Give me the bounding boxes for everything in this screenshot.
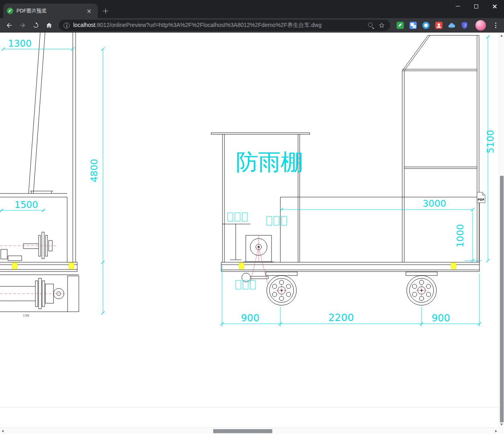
reload-button[interactable] [30, 19, 42, 31]
dim-label-900-right: 900 [432, 313, 450, 324]
url-text: localhost:8012/onlinePreview?url=http%3A… [73, 22, 364, 29]
page-content: 1300 4800 1500 1785 [0, 33, 499, 428]
url-input[interactable]: localhost:8012/onlinePreview?url=http%3A… [59, 20, 390, 31]
dim-label-1785: 1785 [23, 314, 29, 317]
window-controls [448, 0, 504, 12]
forward-button[interactable] [16, 19, 29, 31]
scroll-up-icon[interactable] [500, 35, 503, 37]
tab-strip: PDF图片预览 [0, 0, 504, 18]
minimize-icon [456, 6, 460, 7]
dim-label-900-left: 900 [241, 313, 259, 324]
horizontal-scrollbar-thumb[interactable] [213, 429, 272, 433]
tab-favicon-icon [7, 8, 13, 14]
close-icon [492, 4, 497, 9]
pdf-badge-label: PDF [478, 198, 485, 202]
cad-drawing: 1300 4800 1500 1785 [0, 33, 499, 428]
dim-label-1000: 1000 [455, 224, 465, 248]
dim-label-2200: 2200 [328, 312, 354, 323]
tab-title: PDF图片预览 [16, 8, 80, 14]
dim-label-1300: 1300 [8, 38, 32, 49]
center-view-dimensions: 防雨棚 3000 1000 5100 900 2200 900 [220, 35, 496, 327]
center-view-highlights [239, 263, 456, 269]
window-minimize-button[interactable] [448, 0, 467, 12]
profile-avatar[interactable] [475, 20, 486, 31]
scroll-down-icon[interactable] [500, 424, 503, 426]
scroll-right-icon[interactable] [495, 430, 497, 432]
window-maximize-button[interactable] [467, 0, 485, 12]
extension-translate-icon[interactable] [409, 21, 417, 29]
browser-menu-button[interactable] [490, 20, 501, 31]
shelter-label: 防雨棚 [236, 149, 303, 175]
extension-red-icon[interactable] [435, 21, 443, 29]
scrollbar-corner [499, 428, 504, 434]
scroll-left-icon[interactable] [2, 430, 4, 432]
home-button[interactable] [43, 19, 55, 31]
tab-pdf-preview[interactable]: PDF图片预览 [3, 4, 98, 18]
window-close-button[interactable] [485, 0, 504, 12]
close-icon [87, 9, 91, 13]
extension-green-icon[interactable] [396, 21, 404, 29]
left-view-dimensions: 1300 4800 1500 1785 [0, 38, 105, 317]
left-view-structure [0, 33, 79, 312]
back-icon [6, 22, 13, 29]
extension-blue-circle-icon[interactable] [422, 21, 430, 29]
pdf-file-icon[interactable]: PDF [477, 192, 485, 203]
plus-icon [103, 8, 108, 14]
vertical-scrollbar[interactable] [499, 33, 504, 428]
extension-cloud-icon[interactable] [448, 21, 456, 29]
maximize-icon [474, 4, 478, 8]
dim-label-1500: 1500 [14, 200, 38, 210]
new-tab-button[interactable] [100, 6, 111, 16]
home-icon [45, 22, 53, 29]
extension-shield-icon[interactable] [461, 21, 469, 29]
dim-label-5100: 5100 [485, 130, 496, 154]
page-info-icon[interactable] [64, 23, 70, 29]
dim-label-3000: 3000 [423, 198, 446, 209]
url-path: :8012/onlinePreview?url=http%3A%2F%2Floc… [95, 22, 321, 28]
url-host: localhost [73, 22, 95, 28]
browser-window: PDF图片预览 localhost:8012/onlineP [0, 0, 504, 434]
zoom-icon[interactable] [368, 22, 374, 29]
left-view-highlights [12, 263, 74, 269]
dim-label-4800: 4800 [89, 159, 99, 183]
browser-toolbar: localhost:8012/onlinePreview?url=http%3A… [0, 18, 504, 33]
extensions-area [396, 21, 469, 29]
reload-icon [32, 22, 39, 29]
back-button[interactable] [3, 19, 15, 31]
bookmark-star-icon[interactable] [378, 22, 385, 29]
forward-icon [19, 22, 26, 29]
tab-close-icon[interactable] [84, 6, 94, 16]
vertical-scrollbar-thumb[interactable] [500, 176, 504, 422]
horizontal-scrollbar[interactable] [0, 428, 499, 434]
